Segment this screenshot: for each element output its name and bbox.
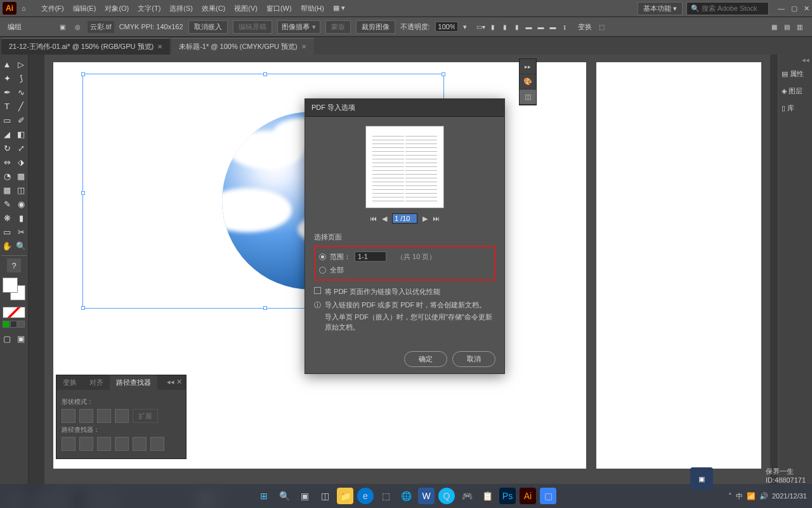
artboard-tool-icon[interactable]: ▭ bbox=[0, 225, 14, 239]
minimize-icon[interactable]: — bbox=[778, 4, 785, 13]
tab-close-icon[interactable]: ✕ bbox=[157, 43, 162, 50]
mesh-tool-icon[interactable]: ▦ bbox=[0, 183, 14, 197]
pathfinder-tab[interactable]: 路径查找器 bbox=[110, 375, 157, 390]
menu-object[interactable]: 对象(O) bbox=[101, 3, 133, 15]
scale-tool-icon[interactable]: ⤢ bbox=[14, 141, 28, 155]
panel-properties[interactable]: ▤属性 bbox=[779, 65, 812, 83]
menu-file[interactable]: 文件(F) bbox=[37, 3, 68, 15]
edit-toolbar-icon[interactable]: ? bbox=[7, 258, 21, 272]
minus-back-icon[interactable] bbox=[150, 437, 164, 451]
next-page-icon[interactable]: ▶ bbox=[422, 215, 428, 223]
floating-color-panel[interactable]: ▸▸ 🎨 ◫ bbox=[519, 58, 537, 105]
eraser-tool-icon[interactable]: ◧ bbox=[14, 127, 28, 141]
panel-icon-3[interactable]: ▥ bbox=[794, 22, 804, 32]
panel-layers[interactable]: ◈图层 bbox=[779, 83, 812, 100]
app4-icon[interactable]: ▢ bbox=[540, 488, 556, 504]
document-tab-1[interactable]: 21-12-王鸿伟-01.ai* @ 150% (RGB/GPU 预览) ✕ bbox=[1, 38, 170, 55]
page-number-input[interactable] bbox=[392, 213, 417, 224]
menu-help[interactable]: 帮助(H) bbox=[297, 3, 328, 15]
embed-icon[interactable]: ▣ bbox=[57, 22, 67, 32]
zoom-tool-icon[interactable]: 🔍 bbox=[14, 239, 28, 253]
close-icon[interactable]: ✕ bbox=[804, 4, 809, 13]
panel-expand-icon[interactable]: ◂◂ bbox=[779, 55, 812, 65]
align-top-icon[interactable]: ▬ bbox=[524, 22, 534, 32]
ime-icon[interactable]: 中 bbox=[736, 491, 743, 501]
cancel-embed-button[interactable]: 取消嵌入 bbox=[188, 20, 228, 34]
image-trace-dropdown[interactable]: 图像描摹 bbox=[277, 20, 320, 34]
crop-pf-icon[interactable] bbox=[115, 437, 129, 451]
menu-select[interactable]: 选择(S) bbox=[166, 3, 197, 15]
rectangle-tool-icon[interactable]: ▭ bbox=[0, 113, 14, 127]
style-icon[interactable]: ▭▾ bbox=[476, 22, 486, 32]
tray-chevron-icon[interactable]: ˄ bbox=[728, 492, 732, 500]
range-radio[interactable] bbox=[319, 253, 326, 260]
pathfinder-panel[interactable]: 变换 对齐 路径查找器 ◂◂ ✕ 形状模式： 扩展 路径查找器： bbox=[56, 375, 187, 459]
outline-icon[interactable] bbox=[133, 437, 147, 451]
prev-page-icon[interactable]: ◀ bbox=[382, 215, 387, 223]
left-collapse-strip[interactable] bbox=[29, 55, 44, 489]
qq-icon[interactable]: Q bbox=[438, 488, 455, 504]
chrome-icon[interactable]: 🌐 bbox=[398, 488, 414, 504]
free-transform-tool-icon[interactable]: ⬗ bbox=[14, 155, 28, 169]
task-view-icon[interactable]: ▣ bbox=[296, 488, 313, 504]
range-input[interactable] bbox=[355, 251, 386, 262]
tab-close-icon[interactable]: ✕ bbox=[301, 43, 306, 50]
menu-window[interactable]: 窗口(W) bbox=[263, 3, 296, 15]
maximize-icon[interactable]: ▢ bbox=[791, 4, 797, 13]
explorer-icon[interactable]: 📁 bbox=[337, 488, 353, 504]
import-as-link-checkbox[interactable] bbox=[314, 287, 321, 294]
trim-icon[interactable] bbox=[79, 437, 93, 451]
pen-tool-icon[interactable]: ✒ bbox=[0, 85, 14, 99]
edge-icon[interactable]: e bbox=[357, 488, 374, 504]
color-none-icon[interactable] bbox=[3, 307, 25, 318]
cancel-button[interactable]: 取消 bbox=[452, 351, 495, 367]
isolate-icon[interactable]: ⬚ bbox=[597, 22, 607, 32]
distribute-icon[interactable]: ⫿ bbox=[560, 22, 570, 32]
crop-image-button[interactable]: 裁剪图像 bbox=[356, 20, 395, 34]
clock[interactable]: 2021/12/31 bbox=[772, 492, 807, 500]
lasso-tool-icon[interactable]: ⟆ bbox=[14, 71, 28, 85]
type-tool-icon[interactable]: T bbox=[0, 99, 14, 113]
menu-arrange-icon[interactable]: ▦ ▾ bbox=[329, 3, 349, 15]
shape-builder-tool-icon[interactable]: ◔ bbox=[0, 169, 14, 183]
menu-type[interactable]: 文字(T) bbox=[134, 3, 164, 15]
panel-libraries[interactable]: ▯库 bbox=[779, 100, 812, 117]
search-stock-input[interactable]: 🔍 搜索 Adobe Stock bbox=[686, 2, 769, 15]
right-collapse-strip[interactable] bbox=[770, 55, 778, 489]
eyedropper-tool-icon[interactable]: ✎ bbox=[0, 197, 14, 211]
word-icon[interactable]: W bbox=[418, 488, 435, 504]
menu-edit[interactable]: 编辑(E) bbox=[69, 3, 100, 15]
selection-tool-icon[interactable]: ▲ bbox=[0, 57, 14, 71]
wifi-icon[interactable]: 📶 bbox=[747, 492, 756, 500]
all-pages-radio[interactable] bbox=[319, 267, 326, 274]
slice-tool-icon[interactable]: ✂ bbox=[14, 225, 28, 239]
exclude-icon[interactable] bbox=[115, 409, 129, 423]
direct-selection-tool-icon[interactable]: ▷ bbox=[14, 57, 28, 71]
swatch-green[interactable] bbox=[3, 321, 10, 328]
magic-wand-tool-icon[interactable]: ✦ bbox=[0, 71, 14, 85]
width-tool-icon[interactable]: ⇔ bbox=[0, 155, 14, 169]
panel-icon-2[interactable]: ▤ bbox=[782, 22, 792, 32]
panel-collapse-icon[interactable]: ▸▸ bbox=[520, 59, 536, 74]
home-icon[interactable]: ⌂ bbox=[22, 4, 26, 12]
blend-tool-icon[interactable]: ◉ bbox=[14, 197, 28, 211]
panel-menu-icon[interactable]: ◂◂ ✕ bbox=[163, 375, 186, 390]
shaper-tool-icon[interactable]: ◢ bbox=[0, 127, 14, 141]
align-vcenter-icon[interactable]: ▬ bbox=[536, 22, 546, 32]
app-icon[interactable]: ⬚ bbox=[377, 488, 394, 504]
transform-label[interactable]: 变换 bbox=[578, 22, 592, 32]
swatch-dark[interactable] bbox=[10, 321, 17, 328]
perspective-tool-icon[interactable]: ▦ bbox=[14, 169, 28, 183]
target-icon[interactable]: ◎ bbox=[72, 22, 82, 32]
unite-icon[interactable] bbox=[62, 409, 75, 423]
screen-mode2-icon[interactable]: ▣ bbox=[14, 331, 28, 345]
volume-icon[interactable]: 🔊 bbox=[759, 492, 768, 500]
minus-front-icon[interactable] bbox=[79, 409, 93, 423]
panel-icon-1[interactable]: ▦ bbox=[769, 22, 779, 32]
app3-icon[interactable]: 📋 bbox=[479, 488, 495, 504]
start-icon[interactable]: ⊞ bbox=[256, 488, 272, 504]
search-icon[interactable]: 🔍 bbox=[276, 488, 292, 504]
align-tab[interactable]: 对齐 bbox=[83, 375, 110, 390]
swatch-gray[interactable] bbox=[18, 321, 25, 328]
screen-mode-icon[interactable]: ▢ bbox=[0, 331, 14, 345]
